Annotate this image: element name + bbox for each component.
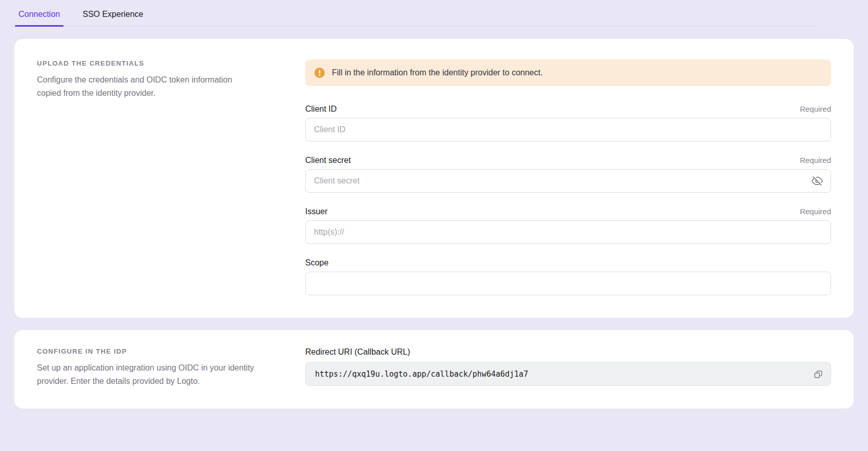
scope-input[interactable] [305,272,831,295]
credentials-section-description: Configure the credentials and OIDC token… [37,73,258,100]
issuer-required-badge: Required [800,207,831,216]
client-secret-input[interactable] [305,169,831,193]
scope-field-header: Scope [305,258,831,268]
client-secret-field-header: Client secret Required [305,156,831,165]
credentials-form: Fill in the information from the identit… [305,59,831,295]
redirect-uri-label: Redirect URI (Callback URL) [305,347,831,357]
idp-card: CONFIGURE IN THE IDP Set up an applicati… [14,330,854,408]
alert-warning-icon [314,68,325,78]
credentials-section-heading: UPLOAD THE CREDENTIALS [37,59,258,67]
credentials-card: UPLOAD THE CREDENTIALS Configure the cre… [14,39,854,318]
toggle-secret-visibility-button[interactable] [810,173,825,189]
issuer-input[interactable] [305,220,831,244]
issuer-field-header: Issuer Required [305,207,831,216]
tab-sso-experience[interactable]: SSO Experience [83,0,143,27]
tab-connection-label: Connection [18,10,60,19]
issuer-field-group: Issuer Required [305,207,831,244]
scope-label: Scope [305,258,328,268]
client-secret-required-badge: Required [800,156,831,165]
idp-section-description: Set up an application integration using … [37,361,258,388]
tab-bar: Connection SSO Experience [0,0,868,27]
tab-sso-experience-label: SSO Experience [83,10,143,19]
eye-off-icon [812,175,823,187]
issuer-label: Issuer [305,207,328,216]
redirect-uri-value: https://qxq19u.logto.app/callback/phw64a… [315,370,810,379]
scope-field-group: Scope [305,258,831,295]
alert-text: Fill in the information from the identit… [332,68,543,77]
idp-card-intro: CONFIGURE IN THE IDP Set up an applicati… [37,347,258,388]
client-secret-field-group: Client secret Required [305,156,831,193]
info-alert: Fill in the information from the identit… [305,59,831,86]
active-tab-underline [15,25,64,27]
client-secret-label: Client secret [305,156,351,165]
idp-section-heading: CONFIGURE IN THE IDP [37,347,258,355]
client-id-field-group: Client ID Required [305,105,831,141]
client-id-label: Client ID [305,105,337,114]
client-id-field-header: Client ID Required [305,105,831,114]
copy-icon [814,370,823,379]
redirect-uri-copy-box: https://qxq19u.logto.app/callback/phw64a… [305,362,831,386]
credentials-card-intro: UPLOAD THE CREDENTIALS Configure the cre… [37,59,258,295]
client-id-input[interactable] [305,118,831,141]
tab-connection[interactable]: Connection [18,0,60,27]
idp-form: Redirect URI (Callback URL) https://qxq1… [305,347,831,388]
client-id-required-badge: Required [800,105,831,113]
copy-redirect-uri-button[interactable] [810,366,826,382]
